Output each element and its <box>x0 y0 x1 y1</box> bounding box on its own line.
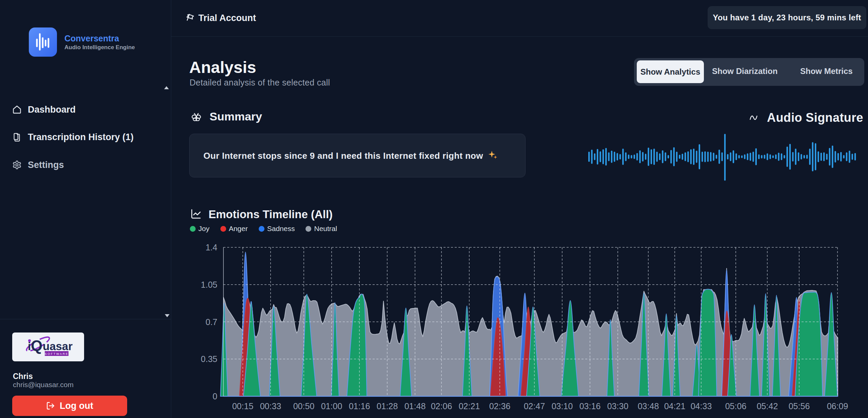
svg-text:01:16: 01:16 <box>349 401 370 411</box>
svg-text:0.35: 0.35 <box>201 354 217 364</box>
svg-text:00:33: 00:33 <box>260 401 281 411</box>
svg-text:05:42: 05:42 <box>757 401 778 411</box>
svg-text:02:21: 02:21 <box>459 401 480 411</box>
svg-text:03:30: 03:30 <box>607 401 629 411</box>
svg-text:0.7: 0.7 <box>205 317 217 327</box>
svg-text:00:50: 00:50 <box>293 401 315 411</box>
svg-text:1.05: 1.05 <box>201 280 217 289</box>
svg-text:01:48: 01:48 <box>405 401 426 411</box>
svg-text:01:28: 01:28 <box>377 401 398 411</box>
svg-text:04:33: 04:33 <box>691 401 712 411</box>
svg-text:02:06: 02:06 <box>431 401 452 411</box>
svg-text:1.4: 1.4 <box>205 243 217 252</box>
svg-text:06:09: 06:09 <box>827 401 848 411</box>
svg-text:0: 0 <box>213 392 217 401</box>
svg-text:00:15: 00:15 <box>232 401 254 411</box>
svg-text:01:00: 01:00 <box>321 401 342 411</box>
svg-text:03:48: 03:48 <box>638 401 659 411</box>
svg-text:04:21: 04:21 <box>664 401 686 411</box>
svg-text:03:10: 03:10 <box>552 401 573 411</box>
svg-text:05:56: 05:56 <box>789 401 810 411</box>
svg-text:03:16: 03:16 <box>579 401 601 411</box>
svg-text:02:47: 02:47 <box>524 401 545 411</box>
svg-text:02:36: 02:36 <box>489 401 511 411</box>
svg-text:05:06: 05:06 <box>725 401 747 411</box>
